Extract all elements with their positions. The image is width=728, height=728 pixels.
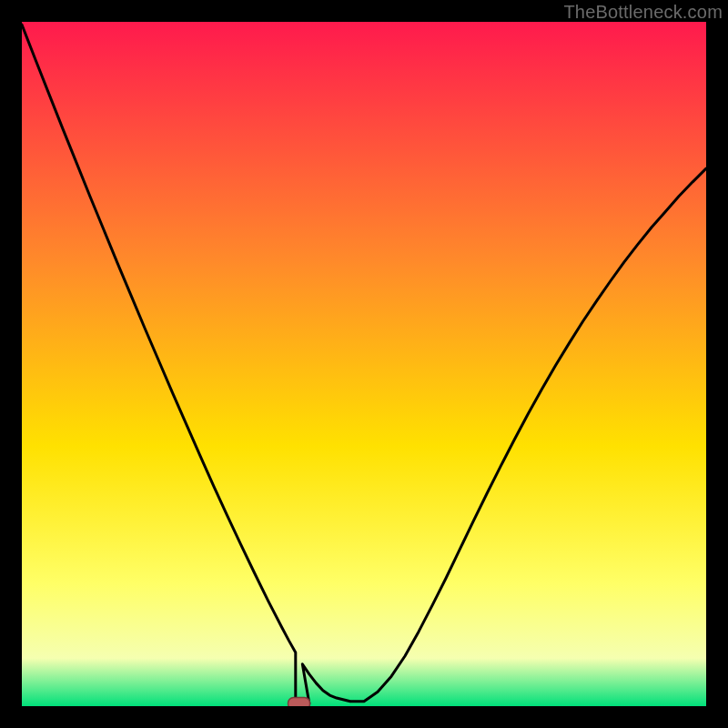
bottleneck-chart: [22, 22, 706, 706]
chart-frame: [22, 22, 706, 706]
attribution-text: TheBottleneck.com: [563, 2, 723, 23]
gradient-background: [22, 22, 706, 706]
optimal-marker: [288, 698, 310, 707]
